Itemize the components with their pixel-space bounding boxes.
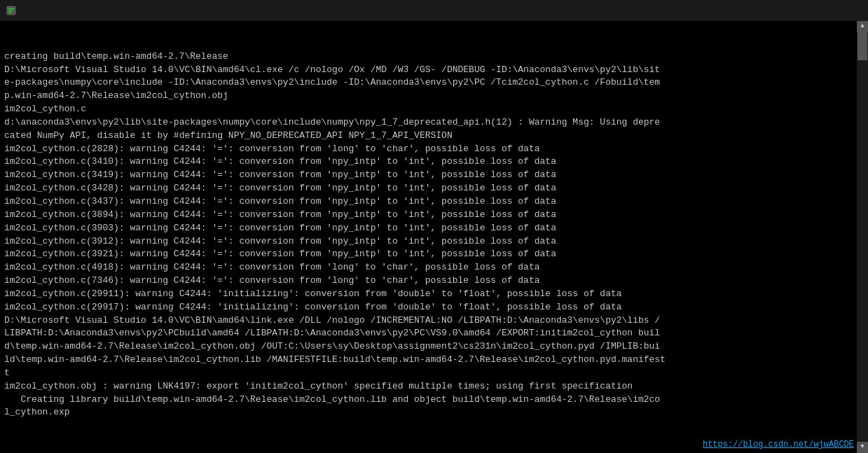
- scroll-up-arrow[interactable]: ▲: [857, 21, 868, 32]
- title-bar: [0, 0, 868, 21]
- close-button[interactable]: [830, 0, 862, 21]
- svg-rect-3: [8, 12, 11, 13]
- maximize-button[interactable]: [798, 0, 830, 21]
- app-icon: [6, 5, 17, 16]
- terminal-window[interactable]: creating build\temp.win-amd64-2.7\Releas…: [0, 21, 868, 453]
- status-url[interactable]: https://blog.csdn.net/wjwABCDE: [703, 439, 854, 451]
- scrollbar[interactable]: ▲ ▼: [857, 21, 868, 453]
- scroll-track[interactable]: [857, 32, 868, 442]
- window-controls[interactable]: [766, 0, 862, 21]
- status-bar: https://blog.csdn.net/wjwABCDE: [0, 438, 857, 453]
- terminal-output: creating build\temp.win-amd64-2.7\Releas…: [4, 50, 864, 453]
- svg-rect-2: [8, 11, 13, 11]
- minimize-button[interactable]: [766, 0, 798, 21]
- svg-rect-1: [8, 8, 14, 9]
- scroll-down-arrow[interactable]: ▼: [857, 442, 868, 453]
- scroll-thumb[interactable]: [857, 32, 867, 60]
